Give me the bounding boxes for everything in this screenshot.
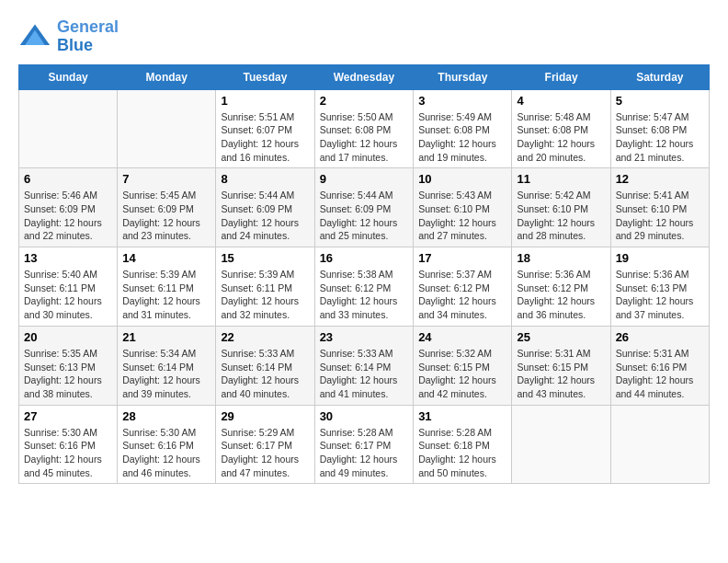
daylight-label: Daylight: 12 hours and 32 minutes. bbox=[221, 295, 299, 320]
sunset-label: Sunset: 6:12 PM bbox=[418, 282, 490, 293]
sunset-label: Sunset: 6:07 PM bbox=[221, 124, 292, 135]
day-number: 15 bbox=[221, 251, 309, 265]
day-info: Sunrise: 5:40 AM Sunset: 6:11 PM Dayligh… bbox=[24, 268, 112, 322]
calendar-cell: 24 Sunrise: 5:32 AM Sunset: 6:15 PM Dayl… bbox=[414, 326, 512, 405]
sunrise-label: Sunrise: 5:44 AM bbox=[320, 190, 393, 201]
day-info: Sunrise: 5:30 AM Sunset: 6:16 PM Dayligh… bbox=[122, 426, 210, 480]
calendar-cell: 11 Sunrise: 5:42 AM Sunset: 6:10 PM Dayl… bbox=[512, 168, 610, 247]
day-info: Sunrise: 5:39 AM Sunset: 6:11 PM Dayligh… bbox=[122, 268, 210, 322]
calendar-header-row: SundayMondayTuesdayWednesdayThursdayFrid… bbox=[19, 64, 710, 89]
day-number: 27 bbox=[24, 409, 112, 423]
daylight-label: Daylight: 12 hours and 31 minutes. bbox=[122, 295, 200, 320]
day-info: Sunrise: 5:49 AM Sunset: 6:08 PM Dayligh… bbox=[418, 110, 506, 165]
daylight-label: Daylight: 12 hours and 20 minutes. bbox=[517, 138, 595, 163]
logo-icon bbox=[18, 20, 51, 53]
sunrise-label: Sunrise: 5:41 AM bbox=[616, 190, 689, 201]
daylight-label: Daylight: 12 hours and 49 minutes. bbox=[320, 454, 398, 478]
daylight-label: Daylight: 12 hours and 25 minutes. bbox=[320, 217, 398, 242]
day-info: Sunrise: 5:33 AM Sunset: 6:14 PM Dayligh… bbox=[221, 347, 309, 401]
sunset-label: Sunset: 6:13 PM bbox=[616, 282, 688, 293]
sunset-label: Sunset: 6:09 PM bbox=[24, 203, 96, 214]
calendar-cell bbox=[512, 405, 610, 484]
day-info: Sunrise: 5:37 AM Sunset: 6:12 PM Dayligh… bbox=[418, 268, 506, 322]
logo: General Blue bbox=[18, 18, 119, 55]
day-info: Sunrise: 5:46 AM Sunset: 6:09 PM Dayligh… bbox=[24, 189, 112, 243]
daylight-label: Daylight: 12 hours and 22 minutes. bbox=[24, 217, 102, 242]
page-header: General Blue bbox=[18, 18, 710, 55]
daylight-label: Daylight: 12 hours and 42 minutes. bbox=[418, 374, 496, 399]
day-number: 29 bbox=[221, 409, 309, 423]
calendar-cell: 8 Sunrise: 5:44 AM Sunset: 6:09 PM Dayli… bbox=[216, 168, 314, 247]
calendar-cell: 31 Sunrise: 5:28 AM Sunset: 6:18 PM Dayl… bbox=[414, 405, 512, 484]
sunset-label: Sunset: 6:14 PM bbox=[122, 362, 194, 373]
calendar-cell: 17 Sunrise: 5:37 AM Sunset: 6:12 PM Dayl… bbox=[414, 247, 512, 327]
day-info: Sunrise: 5:28 AM Sunset: 6:17 PM Dayligh… bbox=[320, 426, 409, 480]
daylight-label: Daylight: 12 hours and 24 minutes. bbox=[221, 217, 299, 242]
sunrise-label: Sunrise: 5:48 AM bbox=[517, 111, 590, 122]
sunset-label: Sunset: 6:09 PM bbox=[221, 203, 292, 214]
sunset-label: Sunset: 6:10 PM bbox=[418, 203, 490, 214]
sunset-label: Sunset: 6:18 PM bbox=[418, 440, 490, 451]
day-number: 28 bbox=[122, 409, 210, 423]
day-number: 25 bbox=[517, 330, 605, 344]
daylight-label: Daylight: 12 hours and 21 minutes. bbox=[616, 138, 694, 163]
daylight-label: Daylight: 12 hours and 36 minutes. bbox=[517, 295, 595, 320]
day-info: Sunrise: 5:48 AM Sunset: 6:08 PM Dayligh… bbox=[517, 110, 605, 165]
day-info: Sunrise: 5:36 AM Sunset: 6:13 PM Dayligh… bbox=[616, 268, 704, 322]
calendar-cell: 13 Sunrise: 5:40 AM Sunset: 6:11 PM Dayl… bbox=[19, 247, 118, 327]
day-info: Sunrise: 5:45 AM Sunset: 6:09 PM Dayligh… bbox=[122, 189, 210, 243]
calendar-cell: 30 Sunrise: 5:28 AM Sunset: 6:17 PM Dayl… bbox=[314, 405, 414, 484]
calendar-cell bbox=[118, 89, 216, 168]
calendar-cell: 1 Sunrise: 5:51 AM Sunset: 6:07 PM Dayli… bbox=[216, 89, 314, 168]
day-number: 14 bbox=[122, 251, 210, 265]
day-header-tuesday: Tuesday bbox=[216, 64, 314, 89]
day-info: Sunrise: 5:36 AM Sunset: 6:12 PM Dayligh… bbox=[517, 268, 605, 322]
sunset-label: Sunset: 6:12 PM bbox=[517, 282, 588, 293]
sunrise-label: Sunrise: 5:42 AM bbox=[517, 190, 590, 201]
day-info: Sunrise: 5:51 AM Sunset: 6:07 PM Dayligh… bbox=[221, 110, 309, 165]
week-row-4: 20 Sunrise: 5:35 AM Sunset: 6:13 PM Dayl… bbox=[19, 326, 710, 405]
calendar-cell: 2 Sunrise: 5:50 AM Sunset: 6:08 PM Dayli… bbox=[314, 89, 414, 168]
sunset-label: Sunset: 6:08 PM bbox=[517, 124, 588, 135]
sunrise-label: Sunrise: 5:38 AM bbox=[320, 269, 393, 280]
day-number: 23 bbox=[320, 330, 409, 344]
sunset-label: Sunset: 6:14 PM bbox=[320, 362, 392, 373]
sunrise-label: Sunrise: 5:28 AM bbox=[418, 427, 492, 438]
calendar-cell: 21 Sunrise: 5:34 AM Sunset: 6:14 PM Dayl… bbox=[118, 326, 216, 405]
day-header-friday: Friday bbox=[512, 64, 610, 89]
day-info: Sunrise: 5:28 AM Sunset: 6:18 PM Dayligh… bbox=[418, 426, 506, 480]
day-header-monday: Monday bbox=[118, 64, 216, 89]
logo-text: General Blue bbox=[57, 18, 119, 55]
sunrise-label: Sunrise: 5:44 AM bbox=[221, 190, 294, 201]
sunset-label: Sunset: 6:08 PM bbox=[320, 124, 392, 135]
day-info: Sunrise: 5:50 AM Sunset: 6:08 PM Dayligh… bbox=[320, 110, 409, 165]
daylight-label: Daylight: 12 hours and 19 minutes. bbox=[418, 138, 496, 163]
daylight-label: Daylight: 12 hours and 17 minutes. bbox=[320, 138, 398, 163]
calendar-cell: 18 Sunrise: 5:36 AM Sunset: 6:12 PM Dayl… bbox=[512, 247, 610, 327]
week-row-2: 6 Sunrise: 5:46 AM Sunset: 6:09 PM Dayli… bbox=[19, 168, 710, 247]
day-number: 6 bbox=[24, 172, 112, 186]
day-number: 16 bbox=[320, 251, 409, 265]
calendar-cell: 20 Sunrise: 5:35 AM Sunset: 6:13 PM Dayl… bbox=[19, 326, 118, 405]
sunset-label: Sunset: 6:10 PM bbox=[616, 203, 688, 214]
daylight-label: Daylight: 12 hours and 33 minutes. bbox=[320, 295, 398, 320]
sunrise-label: Sunrise: 5:47 AM bbox=[616, 111, 689, 122]
day-number: 19 bbox=[616, 251, 704, 265]
day-number: 17 bbox=[418, 251, 506, 265]
day-info: Sunrise: 5:31 AM Sunset: 6:15 PM Dayligh… bbox=[517, 347, 605, 401]
sunrise-label: Sunrise: 5:31 AM bbox=[517, 348, 590, 359]
sunset-label: Sunset: 6:10 PM bbox=[517, 203, 588, 214]
calendar-cell: 10 Sunrise: 5:43 AM Sunset: 6:10 PM Dayl… bbox=[414, 168, 512, 247]
sunrise-label: Sunrise: 5:50 AM bbox=[320, 111, 393, 122]
day-number: 3 bbox=[418, 94, 506, 108]
sunset-label: Sunset: 6:14 PM bbox=[221, 362, 292, 373]
sunrise-label: Sunrise: 5:29 AM bbox=[221, 427, 294, 438]
daylight-label: Daylight: 12 hours and 40 minutes. bbox=[221, 374, 299, 399]
sunrise-label: Sunrise: 5:31 AM bbox=[616, 348, 689, 359]
sunrise-label: Sunrise: 5:51 AM bbox=[221, 111, 294, 122]
calendar-cell: 12 Sunrise: 5:41 AM Sunset: 6:10 PM Dayl… bbox=[610, 168, 709, 247]
daylight-label: Daylight: 12 hours and 39 minutes. bbox=[122, 374, 200, 399]
calendar-cell: 7 Sunrise: 5:45 AM Sunset: 6:09 PM Dayli… bbox=[118, 168, 216, 247]
daylight-label: Daylight: 12 hours and 38 minutes. bbox=[24, 374, 102, 399]
day-number: 21 bbox=[122, 330, 210, 344]
